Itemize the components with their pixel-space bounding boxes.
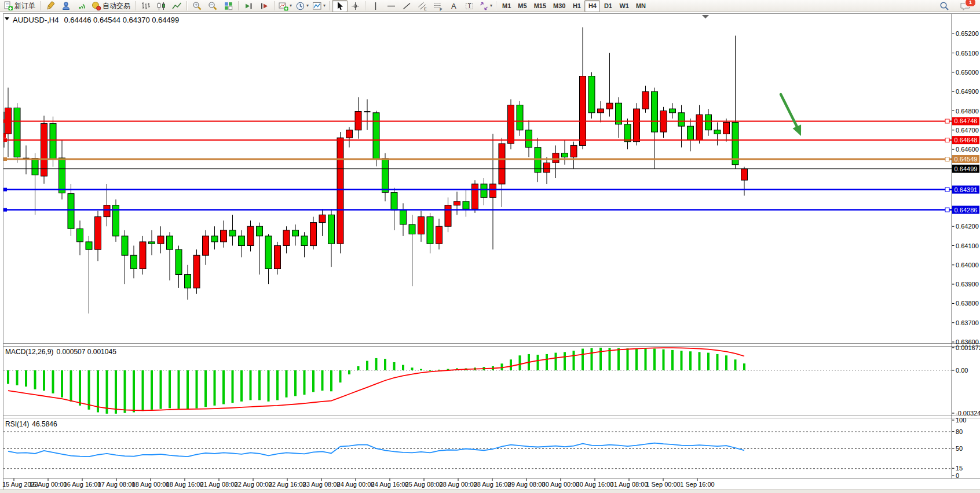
fibonacci-icon: F (433, 1, 443, 11)
search-button[interactable] (937, 0, 952, 12)
macd-histogram-bar (438, 370, 440, 370)
date-label: 24 Aug 16:00 (371, 481, 409, 488)
chart-title: AUDUSD-,H40.64446 0.64544 0.64370 0.6449… (13, 16, 179, 24)
fibonacci-button[interactable]: F (430, 0, 446, 12)
shapes-button[interactable]: ▾ (477, 0, 494, 12)
macd-histogram-bar (70, 370, 72, 402)
periods-button[interactable]: ▾ (294, 0, 310, 12)
tf-mn-button-label: MN (634, 2, 648, 9)
date-label: 17 Aug 08:00 (98, 481, 136, 488)
tf-h1-button[interactable]: H1 (569, 0, 584, 12)
tile-windows-button[interactable] (221, 0, 236, 12)
cursor-button[interactable] (332, 0, 348, 12)
autotrading-button[interactable]: 自动交易 (90, 0, 133, 12)
line-handle[interactable] (3, 157, 7, 161)
bar-chart-button[interactable] (138, 0, 153, 12)
vline-button[interactable] (368, 0, 383, 12)
candle (337, 132, 343, 253)
date-label: 16 Aug 00:00 (30, 481, 67, 488)
candle (140, 236, 146, 275)
line-handle[interactable] (3, 119, 7, 123)
macd-histogram-bar (79, 370, 81, 406)
candle (634, 103, 640, 145)
line-handle[interactable] (3, 208, 7, 212)
market-watch-button[interactable] (58, 0, 74, 12)
line-handle[interactable] (3, 188, 7, 192)
label-button[interactable]: T (462, 0, 477, 12)
macd-histogram-bar (582, 349, 584, 370)
macd-histogram-bar (699, 352, 701, 370)
signal-icon (77, 1, 87, 11)
tf-m15-button[interactable]: M15 (531, 0, 550, 12)
macd-histogram-bar (429, 370, 432, 371)
date-label: 25 Aug 08:00 (405, 481, 443, 488)
macd-histogram-bar (411, 367, 414, 370)
zoom-out-button[interactable] (205, 0, 221, 12)
macd-histogram-bar (537, 355, 539, 370)
notification-badge: 1 (965, 0, 976, 7)
main-toolbar: 新订单自动交易▾▾▾EFAT▾M1M5M15M30H1H4D1W1MN1 (0, 0, 980, 12)
macd-histogram-bar (258, 370, 261, 400)
hline-button[interactable] (383, 0, 399, 12)
rsi-axis-label: 15 (956, 465, 963, 472)
macd-histogram-bar (312, 370, 315, 392)
templates-button[interactable]: ▾ (310, 0, 327, 12)
trendline-button[interactable] (399, 0, 415, 12)
chart-shift-button[interactable] (257, 0, 272, 12)
auto-scroll-button[interactable] (241, 0, 257, 12)
zoom-in-icon (192, 1, 202, 11)
tf-m15-button-label: M15 (532, 2, 548, 9)
text-button[interactable]: A (446, 0, 462, 12)
line-chart-button[interactable] (169, 0, 185, 12)
tf-h4-button[interactable]: H4 (584, 0, 600, 12)
date-label: 24 Aug 00:00 (337, 481, 375, 488)
macd-histogram-bar (294, 370, 297, 396)
line-handle[interactable] (945, 119, 949, 123)
line-handle[interactable] (3, 138, 7, 142)
toolbar-separator (135, 1, 136, 10)
styles-button[interactable] (43, 0, 58, 12)
crosshair-button[interactable] (348, 0, 363, 12)
price-tick-label: 0.64700 (956, 127, 979, 134)
indicators-button[interactable]: ▾ (277, 0, 294, 12)
date-label: 28 Aug 00:00 (440, 481, 477, 488)
zoom-out-icon (208, 1, 218, 11)
tf-w1-button[interactable]: W1 (616, 0, 632, 12)
notifications-button[interactable]: 1 (957, 0, 972, 12)
date-label: 30 Aug 16:00 (576, 481, 614, 488)
line-handle[interactable] (945, 208, 949, 212)
tf-m30-button[interactable]: M30 (550, 0, 569, 12)
bar-chart-icon (141, 1, 151, 11)
macd-histogram-bar (591, 348, 593, 370)
tf-mn-button[interactable]: MN (632, 0, 649, 12)
svg-text:F: F (440, 7, 442, 11)
line-handle[interactable] (945, 187, 949, 192)
trendline-icon (402, 1, 412, 11)
zoom-in-button[interactable] (189, 0, 205, 12)
line-handle[interactable] (945, 157, 949, 161)
macd-histogram-bar (725, 355, 727, 370)
date-label: 23 Aug 08:00 (303, 481, 341, 488)
tf-d1-button[interactable]: D1 (600, 0, 616, 12)
new-order-button[interactable]: 新订单 (2, 0, 38, 12)
price-badge-label: 0.64286 (955, 207, 978, 214)
channel-icon: E (418, 1, 427, 11)
toolbar-right: 1 (937, 0, 978, 12)
line-handle[interactable] (945, 138, 949, 142)
date-label: 22 Aug 16:00 (269, 481, 306, 488)
macd-histogram-bar (61, 370, 63, 398)
price-tick-label: 0.64600 (956, 146, 979, 153)
macd-histogram-bar (357, 366, 360, 370)
macd-histogram-bar (707, 353, 710, 370)
macd-histogram-bar (34, 370, 36, 389)
macd-histogram-bar (617, 348, 620, 370)
candle-chart-button[interactable] (153, 0, 169, 12)
tf-m5-button[interactable]: M5 (514, 0, 530, 12)
tf-m1-button[interactable]: M1 (499, 0, 514, 12)
signals-button[interactable] (74, 0, 90, 12)
chart-area[interactable]: 0.647460.646480.645490.643910.642860.644… (0, 12, 980, 493)
channel-button[interactable]: E (415, 0, 430, 12)
candle (373, 111, 379, 167)
date-label: 21 Aug 08:00 (200, 481, 238, 488)
macd-histogram-bar (240, 370, 243, 402)
